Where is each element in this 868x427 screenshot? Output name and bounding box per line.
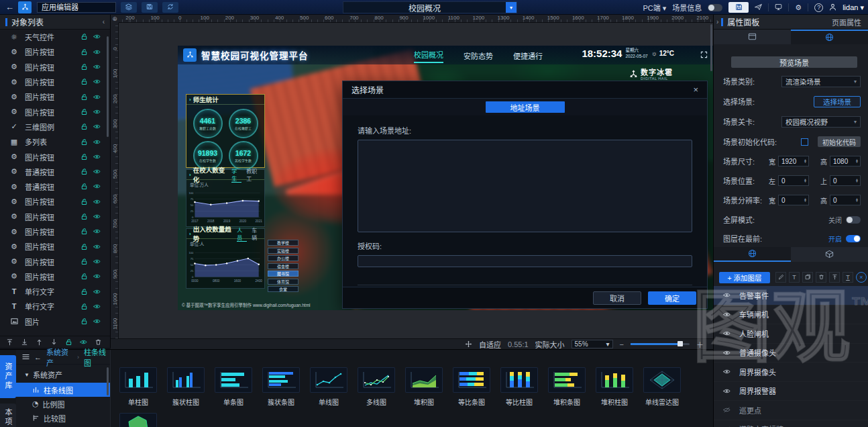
platform-select[interactable]: PC端 ▾ bbox=[643, 2, 666, 13]
object-list-item[interactable]: ⚙ 图片按钮 bbox=[0, 149, 110, 164]
page-select[interactable]: 校园概况 ▾ bbox=[343, 1, 517, 13]
init-code-checkbox[interactable] bbox=[801, 138, 808, 146]
lock-icon[interactable] bbox=[80, 48, 88, 56]
page-properties-link[interactable]: 页面属性 bbox=[832, 17, 861, 28]
choose-scene-button[interactable]: 选择场景 bbox=[814, 96, 861, 107]
lock-icon[interactable] bbox=[80, 168, 88, 176]
zoom-in-button[interactable]: ＋ bbox=[696, 339, 704, 350]
disable-layer-icon[interactable]: × bbox=[856, 272, 867, 283]
lock-icon[interactable] bbox=[80, 213, 88, 221]
eye-icon[interactable] bbox=[93, 228, 101, 236]
eye-icon[interactable] bbox=[93, 302, 101, 310]
save-button[interactable] bbox=[728, 2, 749, 13]
fullscreen-toggle[interactable] bbox=[846, 216, 861, 224]
eye-icon[interactable] bbox=[93, 183, 101, 191]
collapse-left-icon[interactable]: ‹ bbox=[103, 18, 105, 26]
eye-icon[interactable] bbox=[723, 291, 734, 299]
entry-exit-trend-panel[interactable]: ›出入校数量趋势 人员车辆 单位:人 0 25 50 75 1000000080… bbox=[186, 228, 265, 289]
lock-icon[interactable] bbox=[80, 197, 88, 205]
eye-icon[interactable] bbox=[93, 168, 101, 176]
building-button[interactable]: 宿舍楼 bbox=[268, 263, 299, 269]
chart-tab[interactable]: 教职工 bbox=[246, 167, 262, 183]
lock-icon[interactable] bbox=[80, 108, 88, 116]
asset-thumbnail[interactable]: 簇状条图 bbox=[259, 367, 303, 407]
eye-icon[interactable] bbox=[93, 108, 101, 116]
send-to-back-icon[interactable] bbox=[21, 338, 28, 346]
building-button[interactable]: 教学楼 bbox=[268, 240, 299, 246]
eye-icon[interactable] bbox=[723, 330, 734, 338]
breadcrumb-back-icon[interactable]: ← bbox=[34, 353, 42, 361]
lock-icon[interactable] bbox=[80, 78, 88, 86]
building-button[interactable]: 体育馆 bbox=[268, 279, 299, 285]
object-list-item[interactable]: ▦ 多列表 bbox=[0, 134, 110, 149]
back-icon[interactable]: ← bbox=[5, 2, 14, 12]
asset-thumbnail[interactable]: 堆积条图 bbox=[545, 367, 589, 407]
object-list-item[interactable]: T 单行文字 bbox=[0, 299, 110, 314]
eye-icon[interactable] bbox=[723, 368, 734, 376]
scene-width-input[interactable]: 1920▲▼ bbox=[778, 156, 809, 167]
chart-tab[interactable]: 学生 bbox=[231, 167, 241, 183]
lock-icon[interactable] bbox=[80, 153, 88, 161]
text-style-icon[interactable]: T bbox=[843, 272, 853, 283]
tab-page-settings[interactable] bbox=[714, 30, 791, 44]
layer-row[interactable]: 告警事件 bbox=[714, 286, 868, 305]
tab-scene-settings[interactable] bbox=[791, 30, 868, 44]
zoom-out-button[interactable]: − bbox=[620, 340, 624, 348]
lock-icon[interactable] bbox=[80, 63, 88, 71]
eye-icon[interactable] bbox=[93, 318, 101, 326]
layer-row[interactable]: 周界摄像头 bbox=[714, 363, 868, 382]
auth-code-input[interactable] bbox=[358, 255, 692, 267]
lock-icon[interactable] bbox=[80, 183, 88, 191]
asset-thumbnail[interactable]: 堆积图 bbox=[402, 367, 446, 407]
user-menu[interactable]: lidan ▾ bbox=[843, 3, 864, 12]
layer-row[interactable]: 巡更点 bbox=[714, 401, 868, 420]
canvas-scrollbar[interactable] bbox=[710, 24, 712, 71]
eye-icon[interactable] bbox=[723, 387, 734, 395]
eye-icon[interactable] bbox=[93, 273, 101, 281]
asset-thumbnail[interactable]: 单柱图 bbox=[116, 367, 160, 407]
scene-address-input[interactable] bbox=[358, 140, 692, 232]
bring-to-front-icon[interactable] bbox=[6, 338, 13, 346]
chart-tab[interactable]: 车辆 bbox=[252, 226, 262, 242]
object-list-scrollbar[interactable] bbox=[107, 36, 109, 137]
layer-row[interactable]: 人脸闸机 bbox=[714, 324, 868, 344]
scene-info-toggle[interactable] bbox=[708, 4, 722, 11]
eye-icon[interactable] bbox=[93, 153, 101, 161]
breadcrumb-root[interactable]: 系统资产 bbox=[46, 346, 72, 368]
delete-layer-icon[interactable] bbox=[816, 272, 826, 283]
actual-size-button[interactable]: 实际大小 bbox=[535, 339, 565, 350]
resolution-width-input[interactable]: 0▲▼ bbox=[778, 195, 809, 205]
text-layer-icon[interactable]: T bbox=[789, 272, 800, 283]
lock-icon[interactable] bbox=[80, 138, 88, 146]
eye-icon[interactable] bbox=[93, 63, 101, 71]
menu-icon[interactable] bbox=[22, 353, 30, 361]
object-list-item[interactable]: ⚙ 图片按钮 bbox=[0, 194, 110, 209]
object-list-item[interactable]: 图片 bbox=[0, 314, 110, 329]
building-button[interactable]: 办公楼 bbox=[268, 255, 299, 261]
scene-category-select[interactable]: 流渲染场景▾ bbox=[781, 76, 861, 87]
tab-model-layers[interactable] bbox=[791, 247, 868, 262]
delete-icon[interactable] bbox=[95, 338, 102, 346]
object-list-item[interactable]: T 单行文字 bbox=[0, 284, 110, 299]
eye-icon[interactable] bbox=[93, 197, 101, 205]
eye-icon[interactable] bbox=[93, 123, 101, 131]
eye-icon[interactable] bbox=[93, 258, 101, 266]
send-backward-icon[interactable] bbox=[50, 338, 58, 346]
tab-asset-library[interactable]: 资产库 bbox=[0, 355, 16, 398]
fullscreen-icon[interactable] bbox=[700, 51, 708, 59]
tree-item[interactable]: ◔比例图 bbox=[16, 397, 110, 411]
display-icon[interactable] bbox=[775, 3, 782, 11]
object-list-item[interactable]: ⚙ 图片按钮 bbox=[0, 60, 110, 75]
publish-icon[interactable] bbox=[755, 3, 762, 11]
lock-icon[interactable] bbox=[80, 302, 88, 310]
eye-icon[interactable] bbox=[93, 48, 101, 56]
cancel-button[interactable]: 取消 bbox=[593, 291, 641, 305]
chevron-down-icon[interactable]: ▾ bbox=[506, 2, 517, 13]
object-list-item[interactable]: ⚙ 图片按钮 bbox=[0, 44, 110, 59]
eye-icon[interactable] bbox=[93, 93, 101, 101]
scene-top-input[interactable]: 0▲▼ bbox=[830, 175, 861, 186]
layer-row[interactable]: 车辆闸机 bbox=[714, 305, 868, 325]
zoom-select[interactable]: 55%▾ bbox=[572, 340, 613, 348]
building-button[interactable]: 食堂 bbox=[268, 286, 299, 292]
scene-left-input[interactable]: 0▲▼ bbox=[778, 175, 809, 186]
